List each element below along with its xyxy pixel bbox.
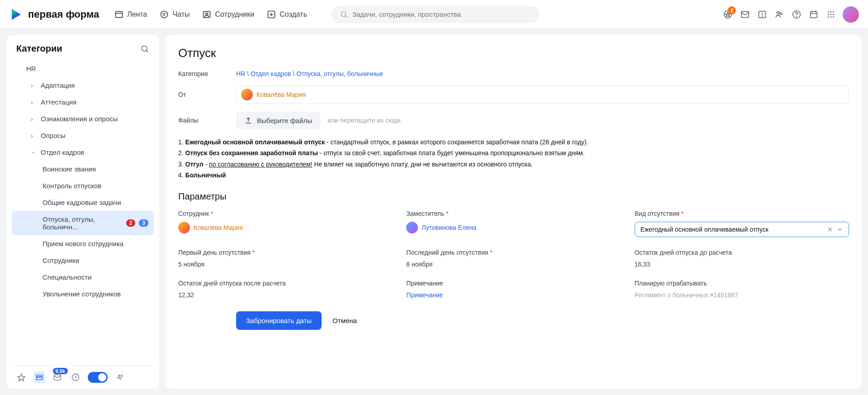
employee-chip[interactable]: Ковалёва Мария [178, 222, 393, 233]
chevron-down-icon[interactable] [837, 226, 843, 233]
app-header: первая форма Лента Чаты Сотрудники Созда… [0, 0, 868, 29]
apps-icon[interactable] [825, 9, 836, 20]
notif-badge: 2 [728, 6, 736, 14]
tree-item-adaptation[interactable]: ›Адаптация [12, 77, 154, 94]
avatar-icon [178, 222, 190, 233]
tree-item-military[interactable]: Воинские звания [12, 161, 154, 177]
tree-item-onboarding[interactable]: Прием нового сотрудника [12, 235, 154, 252]
svg-marker-39 [18, 374, 25, 381]
nav-feed[interactable]: Лента [110, 6, 152, 23]
inbox-icon[interactable]: 9,5k [52, 371, 63, 383]
svg-rect-42 [54, 375, 61, 380]
absence-type-select[interactable]: Ежегодный основной оплачиваемый отпуск [635, 222, 849, 237]
tree-item-vacation-control[interactable]: Контроль отпусков [12, 177, 154, 194]
from-user-name[interactable]: Ковалёва Мария [256, 91, 306, 98]
sidebar: Категории HR ›Адаптация ›Аттестация ›Озн… [6, 35, 159, 389]
svg-rect-2 [116, 11, 123, 17]
search-icon [340, 10, 348, 19]
param-balance-after: Остаток дней отпуска после расчета 12,32 [178, 280, 393, 299]
tree-item-vacations-active[interactable]: Отпуска, отгулы, больничн... 2 3 [12, 211, 154, 235]
svg-point-32 [830, 14, 832, 15]
param-absence-type: Вид отсутствия * Ежегодный основной опла… [635, 210, 849, 237]
param-plan: Планирую отрабатывать Регламент о больни… [635, 280, 849, 299]
sidebar-search-icon[interactable] [140, 44, 149, 53]
pin-icon[interactable] [114, 371, 126, 383]
upload-icon [244, 116, 252, 124]
badge-blue: 3 [139, 219, 148, 227]
tree-item-hr[interactable]: HR [12, 60, 154, 77]
tree-item-general-tasks[interactable]: Общие кадровые задачи [12, 194, 154, 211]
svg-point-33 [833, 14, 834, 15]
chevron-right-icon: › [31, 132, 37, 139]
main-nav: Лента Чаты Сотрудники Создать [110, 6, 312, 23]
first-day-value[interactable]: 5 ноября [178, 261, 393, 268]
calendar-icon[interactable] [808, 9, 819, 20]
param-employee: Сотрудник * Ковалёва Мария [178, 210, 393, 237]
note-placeholder[interactable]: Примечание [406, 291, 621, 299]
header-icons: 2 [722, 6, 859, 23]
file-hint: или перетащите их сюда [327, 117, 400, 124]
balance-after-value: 12,32 [178, 291, 393, 299]
breadcrumb[interactable]: HR \ Отдел кадров \ Отпуска, отгулы, бол… [236, 70, 383, 77]
chevron-right-icon: › [31, 115, 37, 123]
params-title: Параметры [178, 191, 849, 202]
plan-hint: Регламент о больничных #1481887 [635, 291, 849, 299]
tree-item-employees[interactable]: Сотрудники [12, 252, 154, 269]
clock-icon[interactable] [70, 371, 81, 383]
svg-point-30 [833, 11, 834, 13]
tree-item-polls[interactable]: ›Опросы [12, 127, 154, 144]
avatar-icon [406, 222, 418, 233]
svg-rect-40 [36, 375, 42, 376]
param-deputy: Заместитель * Лутовинова Елена [406, 210, 621, 237]
tree-item-hr-dept[interactable]: Отдел кадров [12, 144, 154, 161]
nav-chats[interactable]: Чаты [155, 6, 194, 23]
archive-icon[interactable] [33, 371, 45, 383]
star-icon[interactable] [15, 371, 27, 383]
help-icon[interactable] [791, 9, 802, 20]
svg-point-12 [341, 12, 346, 17]
app-name: первая форма [28, 9, 99, 20]
book-button[interactable]: Забронировать даты [236, 311, 322, 330]
param-last-day: Последний день отсутствия * 8 ноября [406, 249, 621, 268]
nav-employees[interactable]: Сотрудники [198, 6, 259, 23]
svg-rect-24 [811, 11, 817, 18]
clear-icon[interactable] [827, 226, 833, 233]
svg-point-37 [142, 46, 147, 51]
svg-point-29 [830, 11, 832, 13]
svg-point-28 [828, 11, 829, 13]
chevron-right-icon: › [31, 98, 37, 106]
sidebar-toggle[interactable] [88, 372, 108, 383]
param-first-day: Первый день отсутствия * 5 ноября [178, 249, 393, 268]
global-search[interactable] [332, 6, 540, 23]
param-note: Примечание Примечание [406, 280, 621, 299]
from-label: От [178, 91, 236, 98]
sidebar-title: Категории [16, 43, 62, 54]
file-upload-button[interactable]: Выберите файлы [236, 112, 320, 129]
app-logo[interactable]: первая форма [9, 7, 99, 22]
nav-create[interactable]: Создать [262, 6, 312, 23]
favorite-icon[interactable]: 2 [722, 9, 733, 20]
tree-item-specialties[interactable]: Специальности [12, 269, 154, 286]
tree-item-dismissal[interactable]: Увольнение сотрудников [12, 286, 154, 302]
svg-rect-41 [36, 377, 42, 380]
search-input[interactable] [352, 10, 531, 18]
svg-point-36 [833, 16, 834, 18]
alert-icon[interactable] [757, 9, 768, 20]
cancel-button[interactable]: Отмена [328, 311, 361, 330]
svg-point-31 [828, 14, 829, 15]
description-list: 1. Ежегодный основной оплачиваемый отпус… [178, 137, 849, 181]
last-day-value[interactable]: 8 ноября [406, 261, 621, 268]
main-content: Отпуск Категория HR \ Отдел кадров \ Отп… [166, 35, 862, 389]
svg-line-38 [146, 50, 148, 52]
user-avatar[interactable] [843, 6, 859, 23]
tree-item-surveys[interactable]: ›Ознакомления и опросы [12, 110, 154, 127]
svg-point-4 [161, 11, 168, 18]
from-user-chip[interactable]: Ковалёва Мария [236, 86, 849, 104]
badge-red: 2 [126, 219, 136, 227]
deputy-chip[interactable]: Лутовинова Елена [406, 222, 621, 233]
mail-icon[interactable] [740, 9, 750, 20]
svg-point-34 [828, 16, 829, 18]
tree-item-attestation[interactable]: ›Аттестация [12, 94, 154, 110]
avatar-icon [241, 89, 253, 100]
users-icon[interactable] [774, 9, 785, 20]
